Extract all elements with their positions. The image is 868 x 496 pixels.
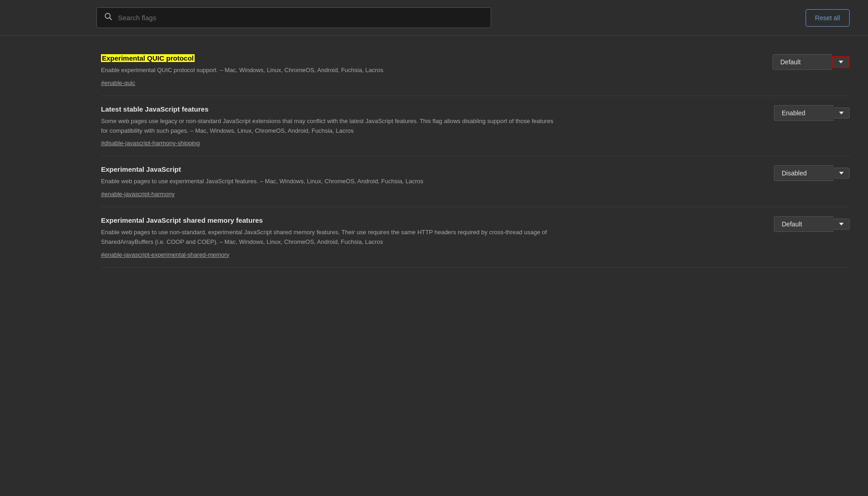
chevron-down-icon [839, 172, 844, 175]
dropdown-label: Disabled [774, 165, 834, 181]
search-input[interactable] [118, 14, 483, 22]
dropdown-chevron-button[interactable] [834, 219, 850, 230]
flag-content: Latest stable JavaScript features Some w… [101, 105, 560, 147]
flag-control: Default [774, 216, 850, 232]
dropdown-chevron-button[interactable] [834, 168, 850, 179]
dropdown-chevron-button[interactable] [834, 107, 850, 118]
dropdown-wrapper: Default [774, 216, 850, 232]
flag-description: Enable web pages to use experimental Jav… [101, 177, 560, 186]
flag-item: Latest stable JavaScript features Some w… [101, 96, 850, 157]
flag-title: Latest stable JavaScript features [101, 105, 560, 113]
dropdown-label: Enabled [774, 105, 834, 121]
svg-line-1 [110, 18, 112, 20]
flag-control: Default [773, 54, 850, 70]
flag-content: Experimental JavaScript shared memory fe… [101, 216, 560, 258]
chevron-down-icon [839, 112, 844, 114]
flag-content: Experimental QUIC protocol Enable experi… [101, 54, 560, 86]
dropdown-wrapper: Enabled [774, 105, 850, 121]
reset-all-button[interactable]: Reset all [806, 9, 850, 27]
search-icon [104, 12, 112, 23]
flag-item: Experimental QUIC protocol Enable experi… [101, 45, 850, 96]
sidebar [0, 36, 83, 495]
dropdown-label: Default [774, 216, 834, 232]
flag-link[interactable]: #enable-javascript-experimental-shared-m… [101, 251, 230, 258]
search-container [96, 7, 491, 28]
dropdown-wrapper: Disabled [774, 165, 850, 181]
flag-control: Disabled [774, 165, 850, 181]
flag-link[interactable]: #enable-quic [101, 79, 135, 86]
header: Reset all [0, 0, 868, 36]
flag-item: Experimental JavaScript Enable web pages… [101, 156, 850, 207]
flag-content: Experimental JavaScript Enable web pages… [101, 165, 560, 197]
flag-item: Experimental JavaScript shared memory fe… [101, 207, 850, 268]
chevron-down-icon [839, 223, 844, 225]
dropdown-label: Default [773, 54, 832, 70]
main-content: Experimental QUIC protocol Enable experi… [83, 36, 868, 495]
flag-description: Enable web pages to use non-standard, ex… [101, 228, 560, 247]
flag-control: Enabled [774, 105, 850, 121]
flag-description: Enable experimental QUIC protocol suppor… [101, 66, 560, 75]
flag-description: Some web pages use legacy or non-standar… [101, 117, 560, 136]
flag-link[interactable]: #disable-javascript-harmony-shipping [101, 140, 200, 147]
chevron-down-icon [839, 61, 843, 63]
content: Experimental QUIC protocol Enable experi… [0, 36, 868, 495]
flag-link[interactable]: #enable-javascript-harmony [101, 191, 174, 197]
flag-title: Experimental JavaScript [101, 165, 560, 173]
dropdown-wrapper: Default [773, 54, 850, 70]
dropdown-chevron-button[interactable] [832, 56, 850, 68]
flag-title: Experimental JavaScript shared memory fe… [101, 216, 560, 224]
flag-title: Experimental QUIC protocol [101, 54, 195, 62]
